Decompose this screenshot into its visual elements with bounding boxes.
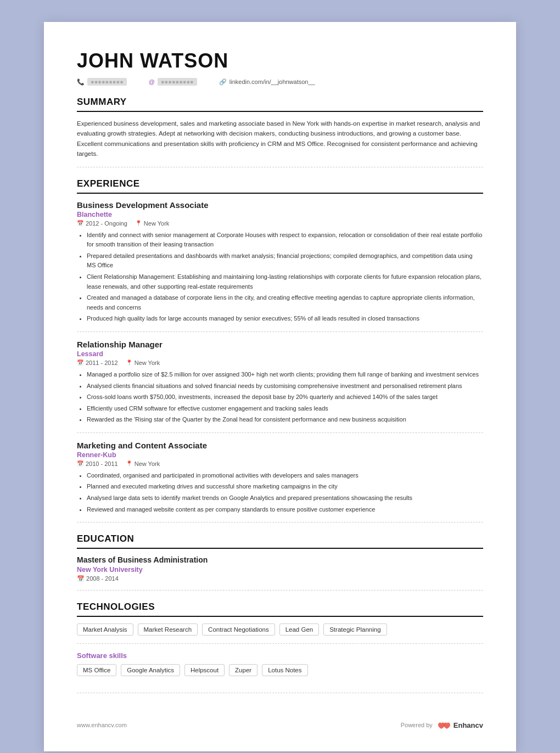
skill-tag-lotus-notes: Lotus Notes bbox=[262, 664, 307, 676]
skill-tag-contract-negotiations: Contract Negotiations bbox=[202, 623, 275, 636]
job-2: Relationship Manager Lessard 📅 2011 - 20… bbox=[77, 340, 483, 425]
enhancv-brand-name: Enhancv bbox=[453, 721, 483, 729]
job-1-period: 📅 2012 - Ongoing bbox=[77, 220, 127, 227]
divider-job-1-2 bbox=[77, 331, 483, 332]
bullet-item: Rewarded as the 'Rising star of the Quar… bbox=[87, 415, 483, 425]
bullet-item: Analysed large data sets to identify mar… bbox=[87, 493, 483, 503]
email-value: ●●●●●●●●● bbox=[158, 78, 197, 86]
software-skills-label: Software skills bbox=[77, 651, 483, 660]
location-icon-3: 📍 bbox=[126, 460, 132, 467]
resume-page: JOHN WATSON 📞 ●●●●●●●●● @ ●●●●●●●●● 🔗 li… bbox=[44, 22, 516, 751]
bullet-item: Efficiently used CRM software for effect… bbox=[87, 404, 483, 414]
bullet-item: Planned and executed marketing drives an… bbox=[87, 482, 483, 492]
job-1-title: Business Development Associate bbox=[77, 200, 483, 210]
skill-tag-market-analysis: Market Analysis bbox=[77, 623, 133, 636]
job-3-period: 📅 2010 - 2011 bbox=[77, 460, 118, 467]
enhancv-logo: Enhancv bbox=[436, 721, 483, 729]
footer: www.enhancv.com Powered by Enhancv bbox=[77, 715, 483, 729]
summary-divider bbox=[77, 111, 483, 112]
bullet-item: Analysed clients financial situations an… bbox=[87, 381, 483, 391]
experience-divider bbox=[77, 193, 483, 194]
calendar-icon-3: 📅 bbox=[77, 460, 83, 467]
divider-job-2-3 bbox=[77, 432, 483, 433]
candidate-name: JOHN WATSON bbox=[77, 49, 483, 72]
divider-after-experience bbox=[77, 522, 483, 522]
skill-tag-google-analytics: Google Analytics bbox=[121, 664, 180, 676]
divider-skills bbox=[77, 643, 483, 644]
job-2-meta: 📅 2011 - 2012 📍 New York bbox=[77, 359, 483, 366]
job-2-bullets: Managed a portfolio size of $2.5 million… bbox=[77, 370, 483, 425]
education-title: EDUCATION bbox=[77, 533, 483, 544]
job-1-location-text: New York bbox=[144, 220, 169, 227]
job-2-title: Relationship Manager bbox=[77, 340, 483, 349]
linkedin-icon: 🔗 bbox=[219, 78, 227, 86]
bullet-item: Identify and connect with senior managem… bbox=[87, 231, 483, 250]
location-icon-1: 📍 bbox=[135, 220, 142, 226]
divider-after-education bbox=[77, 590, 483, 591]
bullet-item: Cross-sold loans worth $750,000, investm… bbox=[87, 392, 483, 402]
job-1: Business Development Associate Blanchett… bbox=[77, 200, 483, 324]
powered-by-text: Powered by bbox=[401, 722, 433, 728]
bullet-item: Coordinated, organised and participated … bbox=[87, 471, 483, 481]
job-2-location: 📍 New York bbox=[126, 359, 160, 366]
summary-title: SUMMARY bbox=[77, 97, 483, 108]
enhancv-logo-svg bbox=[436, 721, 451, 729]
phone-value: ●●●●●●●●● bbox=[87, 78, 127, 86]
job-1-location: 📍 New York bbox=[135, 220, 169, 227]
header: JOHN WATSON 📞 ●●●●●●●●● @ ●●●●●●●●● 🔗 li… bbox=[77, 49, 483, 86]
divider-before-footer bbox=[77, 693, 483, 693]
skill-tag-helpscout: Helpscout bbox=[184, 664, 225, 676]
bullet-item: Client Relationship Management: Establis… bbox=[87, 272, 483, 291]
job-3: Marketing and Content Associate Renner-K… bbox=[77, 441, 483, 514]
edu-period: 2008 - 2014 bbox=[86, 575, 119, 582]
phone-item: 📞 ●●●●●●●●● bbox=[77, 78, 127, 86]
edu-years: 📅 2008 - 2014 bbox=[77, 575, 483, 582]
job-3-location-text: New York bbox=[135, 460, 160, 467]
education-divider bbox=[77, 548, 483, 549]
software-skills-row: MS Office Google Analytics Helpscout Zup… bbox=[77, 664, 483, 676]
skill-tag-lead-gen: Lead Gen bbox=[279, 623, 320, 636]
edu-degree: Masters of Business Administration bbox=[77, 555, 483, 564]
calendar-icon-1: 📅 bbox=[77, 220, 83, 226]
calendar-icon-2: 📅 bbox=[77, 359, 83, 366]
experience-section: EXPERIENCE Business Development Associat… bbox=[77, 178, 483, 515]
bullet-item: Managed a portfolio size of $2.5 million… bbox=[87, 370, 483, 380]
job-3-meta: 📅 2010 - 2011 📍 New York bbox=[77, 460, 483, 467]
bullet-item: Produced high quality lads for large acc… bbox=[87, 314, 483, 324]
bullet-item: Prepared detailed presentations and dash… bbox=[87, 251, 483, 271]
linkedin-item: 🔗 linkedin.com/in/__johnwatson__ bbox=[219, 78, 315, 86]
technologies-title: TECHNOLOGIES bbox=[77, 602, 483, 612]
job-3-period-text: 2010 - 2011 bbox=[86, 460, 118, 467]
job-1-period-text: 2012 - Ongoing bbox=[86, 220, 127, 227]
bullet-item: Created and managed a database of corpor… bbox=[87, 293, 483, 312]
job-2-period: 📅 2011 - 2012 bbox=[77, 359, 118, 366]
job-1-company: Blanchette bbox=[77, 211, 483, 218]
bullet-item: Reviewed and managed website content as … bbox=[87, 505, 483, 515]
footer-website: www.enhancv.com bbox=[77, 722, 127, 728]
skill-tag-ms-office: MS Office bbox=[77, 664, 116, 676]
job-3-location: 📍 New York bbox=[126, 460, 160, 467]
edu-school: New York University bbox=[77, 566, 483, 574]
experience-title: EXPERIENCE bbox=[77, 178, 483, 189]
summary-text: Experienced business development, sales … bbox=[77, 119, 483, 159]
job-2-location-text: New York bbox=[135, 359, 160, 366]
summary-section: SUMMARY Experienced business development… bbox=[77, 97, 483, 159]
skill-tag-strategic-planning: Strategic Planning bbox=[323, 623, 387, 636]
skills-tags-row: Market Analysis Market Research Contract… bbox=[77, 623, 483, 636]
footer-powered-by: Powered by Enhancv bbox=[401, 721, 483, 729]
job-3-company: Renner-Kub bbox=[77, 451, 483, 459]
technologies-section: TECHNOLOGIES Market Analysis Market Rese… bbox=[77, 602, 483, 676]
email-icon: @ bbox=[149, 78, 155, 85]
skill-tag-zuper: Zuper bbox=[229, 664, 257, 676]
contact-row: 📞 ●●●●●●●●● @ ●●●●●●●●● 🔗 linkedin.com/i… bbox=[77, 78, 483, 86]
divider-after-summary bbox=[77, 167, 483, 167]
job-2-period-text: 2011 - 2012 bbox=[86, 359, 118, 366]
job-3-title: Marketing and Content Associate bbox=[77, 441, 483, 450]
calendar-icon-edu: 📅 bbox=[77, 575, 85, 582]
job-3-bullets: Coordinated, organised and participated … bbox=[77, 471, 483, 514]
phone-icon: 📞 bbox=[77, 78, 85, 86]
job-2-company: Lessard bbox=[77, 350, 483, 358]
location-icon-2: 📍 bbox=[126, 359, 132, 366]
linkedin-url: linkedin.com/in/__johnwatson__ bbox=[229, 78, 315, 85]
email-item: @ ●●●●●●●●● bbox=[149, 78, 197, 86]
